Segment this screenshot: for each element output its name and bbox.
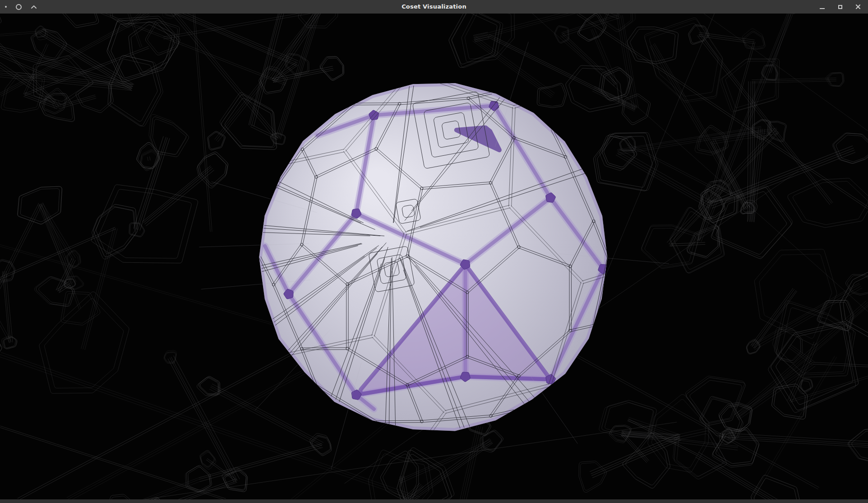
window-bottom-frame [0, 499, 868, 503]
close-icon [855, 4, 861, 10]
viewport-canvas-3d[interactable] [0, 14, 868, 499]
titlebar[interactable]: Coset Visualization [0, 0, 868, 14]
window-title: Coset Visualization [0, 0, 868, 14]
minimize-button[interactable] [818, 3, 826, 10]
close-button[interactable] [854, 3, 862, 10]
maximize-icon [838, 5, 842, 9]
maximize-button[interactable] [836, 3, 844, 10]
minimize-icon [820, 8, 825, 9]
app-window: Coset Visualization [0, 0, 868, 503]
window-controls [818, 0, 862, 14]
